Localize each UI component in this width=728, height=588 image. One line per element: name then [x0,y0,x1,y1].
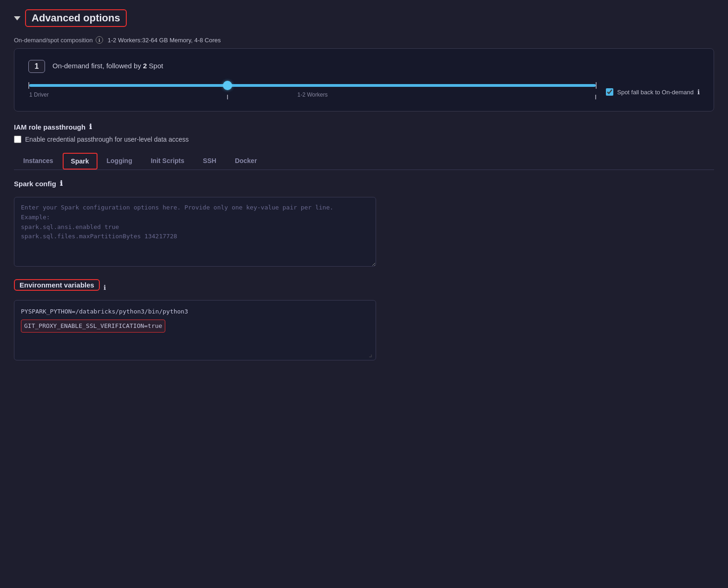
env-vars-info-icon[interactable]: ℹ [104,284,106,291]
slider-track[interactable] [29,84,596,87]
ondemand-info-icon[interactable]: ℹ [96,36,103,44]
tab-logging[interactable]: Logging [98,152,142,170]
demand-text: On-demand first, followed by 2 Spot [52,60,163,70]
spot-fallback-info-icon[interactable]: ℹ [697,88,700,96]
iam-section-title: IAM role passthrough ℹ [14,123,714,131]
spot-fallback-container: Spot fall back to On-demand ℹ [606,88,700,96]
slider-tick-right-end [596,82,597,89]
spot-count: 2 [143,62,147,70]
spot-fallback-label: Spot fall back to On-demand [617,89,694,96]
slider-fill [29,84,228,87]
env-vars-section: Environment variables ℹ PYSPARK_PYTHON=/… [14,279,714,360]
iam-section: IAM role passthrough ℹ Enable credential… [14,123,714,143]
resize-handle-icon: ⌟ [368,351,373,358]
credential-row: Enable credential passthrough for user-l… [14,136,714,143]
slider-track-wrapper [28,82,597,89]
demand-label-row: 1 On-demand first, followed by 2 Spot [28,60,700,73]
advanced-options-header: Advanced options [14,9,714,27]
env-vars-title: Environment variables [14,279,100,291]
tab-spark[interactable]: Spark [63,153,98,170]
tab-init-scripts[interactable]: Init Scripts [142,152,194,170]
slider-fill-right [228,84,596,87]
credential-passthrough-label: Enable credential passthrough for user-l… [25,136,189,143]
slider-bottom-labels: 1 Driver 1-2 Workers [28,91,597,102]
slider-main: 1 Driver 1-2 Workers [28,82,597,102]
spark-config-title: Spark config ℹ [14,179,714,188]
spark-config-section: Spark config ℹ [14,179,714,268]
ondemand-section-label: On-demand/spot composition ℹ 1-2 Workers… [14,36,714,44]
credential-passthrough-checkbox[interactable] [14,136,21,143]
spot-fallback-checkbox[interactable] [606,88,613,96]
slider-thumb[interactable] [223,81,232,90]
ondemand-label-text: On-demand/spot composition [14,37,93,44]
env-line-2: GIT_PROXY_ENABLE_SSL_VERIFICATION=true [21,320,165,333]
env-vars-title-text: Environment variables [20,281,94,289]
env-line-1: PYSPARK_PYTHON=/databricks/python3/bin/p… [21,306,369,318]
ondemand-meta-text: 1-2 Workers:32-64 GB Memory, 4-8 Cores [108,37,221,44]
tab-docker[interactable]: Docker [226,152,266,170]
label-driver: 1 Driver [29,91,49,98]
tab-instances[interactable]: Instances [14,152,63,170]
slider-full-row: 1 Driver 1-2 Workers Spot fall back to O… [28,82,700,102]
tabs-row: Instances Spark Logging Init Scripts SSH… [14,152,714,170]
env-vars-textarea-container: PYSPARK_PYTHON=/databricks/python3/bin/p… [14,300,376,360]
demand-text-prefix: On-demand first, followed by [52,62,141,70]
tab-ssh[interactable]: SSH [194,152,226,170]
spark-config-title-text: Spark config [14,180,56,188]
demand-number: 1 [28,60,45,73]
iam-info-icon[interactable]: ℹ [89,123,92,131]
label-workers: 1-2 Workers [298,91,328,98]
iam-title-text: IAM role passthrough [14,123,85,131]
spark-config-info-icon[interactable]: ℹ [60,179,63,188]
spark-config-textarea[interactable] [14,197,376,267]
advanced-options-title: Advanced options [25,9,127,27]
spot-word: Spot [149,62,163,70]
composition-box: 1 On-demand first, followed by 2 Spot [14,48,714,111]
chevron-down-icon[interactable] [14,16,20,20]
